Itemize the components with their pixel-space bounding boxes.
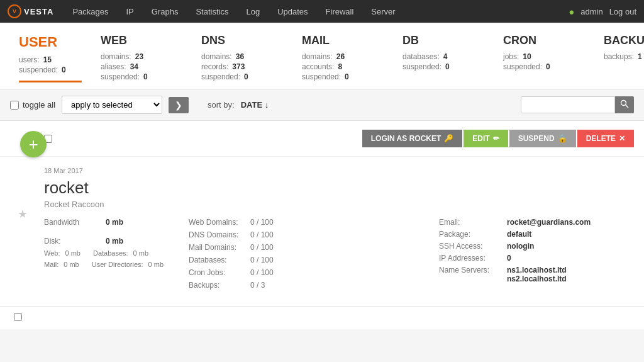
stats-user-label-0: users: [19,55,40,64]
bandwidth-value: 0 mb [106,218,123,227]
backups-row: Backups: 0 / 3 [189,281,302,290]
databases-value: 0 mb [133,249,148,257]
user-dirs-label: User Directories: [92,261,143,268]
email-label: Email: [439,218,502,227]
mail-domains-label: Mail Domains: [189,243,245,252]
stats-mail-title: MAIL [302,34,384,47]
nav-packages[interactable]: Packages [64,0,117,23]
web-domains-value: 0 / 100 [250,218,274,227]
logo[interactable]: V VESTA [8,4,53,18]
web-value: 0 mb [65,249,80,257]
action-buttons: LOGIN AS ROCKET 🔑 EDIT ✏ SUSPEND 🔒 DELET… [362,130,634,147]
ssh-label: SSH Access: [439,242,502,251]
stats-db[interactable]: DB databases: 4 suspended: 0 [402,34,484,82]
ns2-value: ns2.localhost.ltd [507,274,567,283]
admin-link[interactable]: admin [580,7,602,16]
nav-log[interactable]: Log [237,0,269,23]
nameservers-values: ns1.localhost.ltd ns2.localhost.ltd [507,266,567,283]
stats-user-row-1: suspended: 0 [19,65,82,74]
stats-user[interactable]: USER users: 15 suspended: 0 [19,34,82,82]
edit-button[interactable]: EDIT ✏ [464,130,508,147]
mail-label: Mail: [44,261,58,268]
edit-label: EDIT [472,134,489,143]
search-button[interactable] [615,96,634,113]
stats-db-row-1: suspended: 0 [402,62,484,71]
stats-dns-row-2: suspended: 0 [201,72,283,81]
nameservers-label: Name Servers: [439,266,502,283]
stats-dns-title: DNS [201,34,283,47]
databases2-label: Databases: [189,256,245,264]
package-row: Package: default [439,230,615,239]
stats-web-title: WEB [101,34,182,47]
ssh-value: nologin [507,242,534,251]
suspend-label: SUSPEND [518,134,555,143]
nameservers-row: Name Servers: ns1.localhost.ltd ns2.loca… [439,266,615,283]
svg-line-1 [626,105,629,108]
stats-db-row-0: databases: 4 [402,52,484,61]
lock-icon: 🔒 [558,134,567,143]
web-domains-row: Web Domains: 0 / 100 [189,218,302,227]
delete-button[interactable]: DELETE ✕ [577,130,634,147]
apply-to-selected-dropdown[interactable]: apply to selectedsuspendunsuspenddelete [62,96,162,114]
stats-bar: USER users: 15 suspended: 0 WEB domains:… [0,23,644,89]
disk-value: 0 mb [106,237,123,246]
nav-statistics[interactable]: Statistics [187,0,237,23]
bandwidth-row: Bandwidth 0 mb [44,218,170,227]
toggle-all-wrap: toggle all [10,100,55,110]
web-domains-label: Web Domains: [189,218,245,227]
stats-cron-row-1: suspended: 0 [503,62,585,71]
nav-updates[interactable]: Updates [269,0,316,23]
stats-dns[interactable]: DNS domains: 36 records: 373 suspended: … [201,34,283,82]
card-date: 18 Mar 2017 [44,167,634,174]
stats-mail-row-1: accounts: 8 [302,62,384,71]
stats-cron-row-0: jobs: 10 [503,52,585,61]
nav-graphs[interactable]: Graphs [143,0,187,23]
add-user-button[interactable]: + [20,131,47,157]
stats-mail-row-2: suspended: 0 [302,72,384,81]
stats-web-row-1: aliases: 34 [101,62,182,71]
cron-label: Cron Jobs: [189,268,245,277]
logo-text: VESTA [24,7,53,16]
cron-row: Cron Jobs: 0 / 100 [189,268,302,277]
backups-label: Backups: [189,281,245,290]
logo-letter: V [13,8,16,14]
toggle-all-label: toggle all [23,100,55,110]
bandwidth-label: Bandwidth [44,218,101,227]
sort-value[interactable]: DATE ↓ [241,100,269,110]
card-details: Bandwidth 0 mb Disk: 0 mb Web: 0 mb Data… [44,218,634,293]
nav-right: ● admin Log out [569,6,636,17]
stats-user-value-1: 0 [62,65,66,74]
dns-domains-row: DNS Domains: 0 / 100 [189,230,302,239]
detail-col-1: Bandwidth 0 mb Disk: 0 mb Web: 0 mb Data… [44,218,170,293]
disk-label: Disk: [44,237,101,246]
databases2-row: Databases: 0 / 100 [189,256,302,264]
stats-user-title: USER [19,34,82,50]
dns-domains-label: DNS Domains: [189,230,245,239]
stats-mail[interactable]: MAIL domains: 26 accounts: 8 suspended: … [302,34,384,82]
bottom-checkbox[interactable] [14,313,22,321]
apply-go-button[interactable]: ❯ [169,97,189,113]
detail-col-3: Email: rocket@guardians.com Package: def… [439,218,615,293]
detail-col-2: Web Domains: 0 / 100 DNS Domains: 0 / 10… [189,218,302,293]
stats-backup-title: BACKUP [604,34,644,47]
nav-server[interactable]: Server [362,0,404,23]
toggle-all-checkbox[interactable] [10,101,19,110]
nav-ip[interactable]: IP [117,0,142,23]
delete-label: DELETE [586,134,616,143]
stats-backup[interactable]: BACKUP backups: 1 [604,34,644,82]
star-icon[interactable]: ★ [18,207,28,221]
stats-web[interactable]: WEB domains: 23 aliases: 34 suspended: 0 [101,34,182,82]
mail-value: 0 mb [64,261,79,268]
search-input[interactable] [521,96,615,113]
suspend-button[interactable]: SUSPEND 🔒 [509,130,576,147]
login-as-label: LOGIN AS ROCKET [371,134,441,143]
user-card: ★ 18 Mar 2017 rocket Rocket Raccoon Band… [0,157,644,307]
stats-cron[interactable]: CRON jobs: 10 suspended: 0 [503,34,585,82]
disk-row: Disk: 0 mb [44,237,170,246]
ssh-row: SSH Access: nologin [439,242,615,251]
nav-items: Packages IP Graphs Statistics Log Update… [64,0,569,23]
logout-button[interactable]: Log out [609,7,636,16]
login-as-rocket-button[interactable]: LOGIN AS ROCKET 🔑 [362,130,463,147]
nav-firewall[interactable]: Firewall [317,0,363,23]
card-username[interactable]: rocket [44,178,634,198]
